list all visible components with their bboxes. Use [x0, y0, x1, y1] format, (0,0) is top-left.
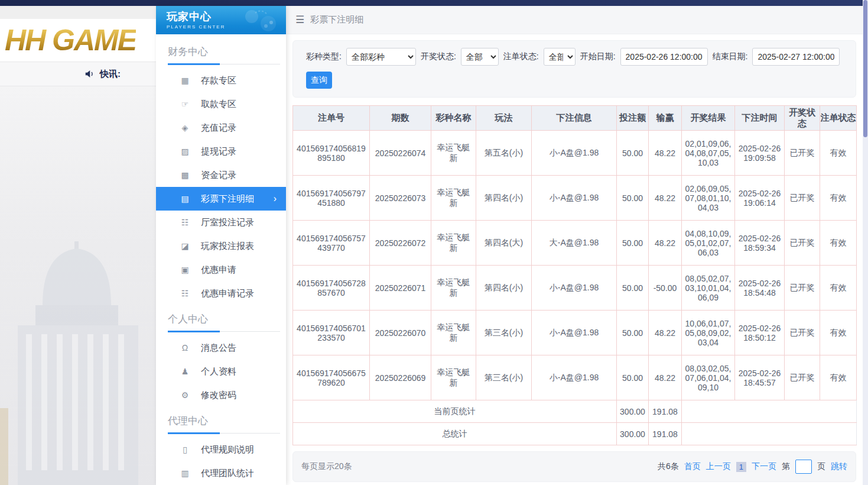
table-cell: 20250226072 [370, 221, 431, 266]
section-label: 财务中心 [156, 38, 286, 63]
section-label: 代理中心 [156, 407, 286, 432]
lottery-type-select[interactable]: 全部彩种 [346, 48, 416, 66]
chevron-right-icon: › [274, 194, 277, 203]
table-cell: 20250226069 [370, 355, 431, 400]
sidebar-item-label: 个人资料 [201, 366, 236, 377]
page-size-text: 每页显示20条 [301, 461, 352, 472]
draw-status-select[interactable]: 全部 [461, 48, 499, 66]
table-cell: 幸运飞艇新 [431, 355, 476, 400]
search-button[interactable]: 查询 [306, 72, 332, 89]
list-card-icon: ▤ [180, 194, 190, 203]
next-page-link[interactable]: 下一页 [752, 461, 776, 472]
sidebar-header: 玩家中心 PLAYERS CENTER [156, 6, 286, 34]
table-cell: 02,06,09,05,07,08,01,10,04,03 [682, 176, 735, 221]
page-jump-input[interactable] [795, 460, 812, 474]
speaker-icon [84, 69, 95, 79]
jump-suffix-label: 页 [817, 461, 825, 472]
sidebar-item-withdrawal-records[interactable]: ▨提现记录 [156, 140, 286, 163]
logo-band: HH GAME [0, 19, 156, 62]
table-body: 40156917405681989518020250226074幸运飞艇新第五名… [293, 131, 857, 400]
main-panel: ☰ 彩票下注明细 彩种类型: 全部彩种 开奖状态: 全部 注单状态: 全部 [286, 6, 863, 485]
coin-bag-icon: ▩ [180, 170, 190, 180]
table-cell: 有效 [820, 131, 857, 176]
person-icon: ♟ [180, 367, 190, 376]
sidebar-item-label: 彩票下注明细 [201, 193, 254, 205]
order-status-select[interactable]: 全部 [544, 48, 576, 66]
sidebar-item-hall-bet-records[interactable]: ☷厅室投注记录 [156, 211, 286, 234]
sidebar-item-deposit-zone[interactable]: ▦存款专区 [156, 69, 286, 92]
money-bag-icon: ◈ [180, 123, 190, 132]
sidebar-item-funds-records[interactable]: ▩资金记录 [156, 163, 286, 187]
column-header: 输赢 [649, 106, 682, 131]
section-label: 个人中心 [156, 305, 286, 331]
column-header: 开奖结果 [682, 106, 735, 131]
end-date-input[interactable] [752, 48, 840, 66]
browser-scrollbar[interactable] [863, 0, 868, 485]
chart-icon: ◪ [180, 241, 190, 251]
table-cell: 小-A盘@1.98 [532, 311, 617, 355]
cash-icon: ▨ [180, 147, 190, 156]
table-cell: 48.22 [649, 131, 682, 176]
prev-page-link[interactable]: 上一页 [706, 461, 731, 472]
start-date-label: 开始日期: [580, 51, 616, 62]
table-cell: 第三名(小) [476, 355, 532, 400]
news-ticker-bar: 快讯: [0, 62, 156, 86]
sidebar-item-label: 存款专区 [201, 75, 236, 86]
table-cell: 已开奖 [785, 176, 820, 221]
document-icon: ▯ [180, 445, 190, 454]
table-cell: 2025-02-26 19:09:58 [735, 131, 785, 176]
sidebar-item-label: 代理团队统计 [201, 468, 254, 479]
sidebar-item-profile[interactable]: ♟个人资料 [156, 360, 286, 383]
table-cell: 有效 [820, 221, 857, 266]
sidebar-item-agent-team-stats[interactable]: ▥代理团队统计 [156, 461, 286, 485]
table-cell: 第四名(小) [476, 266, 532, 311]
sidebar-item-promo-apply[interactable]: ▣优惠申请 [156, 258, 286, 282]
sidebar-item-announcements[interactable]: Ω消息公告 [156, 336, 286, 360]
table-cell: 50.00 [617, 131, 649, 176]
bets-table: 注单号期数彩种名称玩法下注信息投注额输赢开奖结果下注时间开奖状态注单状态 401… [292, 105, 857, 445]
column-header: 期数 [370, 106, 431, 131]
first-page-link[interactable]: 首页 [684, 461, 701, 472]
table-cell: 有效 [820, 311, 857, 355]
table-cell: 10,06,01,07,05,08,09,02,03,04 [682, 311, 735, 355]
sidebar-item-withdraw-zone[interactable]: ☞取款专区 [156, 92, 286, 116]
sidebar-item-lottery-bet-details[interactable]: ▤彩票下注明细› [156, 187, 286, 211]
capitol-photo [0, 86, 156, 485]
table-cell: 08,05,02,07,03,10,01,04,06,09 [682, 266, 735, 311]
current-page-badge[interactable]: 1 [736, 462, 746, 472]
section-underline [156, 432, 286, 434]
table-cell: 20250226074 [370, 131, 431, 176]
column-header: 开奖状态 [785, 106, 820, 131]
table-cell: 2025-02-26 19:06:14 [735, 176, 785, 221]
content-area: 彩种类型: 全部彩种 开奖状态: 全部 注单状态: 全部 开始日期: 结束日期: [286, 34, 863, 485]
sidebar-item-player-bet-report[interactable]: ◪玩家投注报表 [156, 234, 286, 258]
start-date-input[interactable] [620, 48, 708, 66]
table-cell: 幸运飞艇新 [431, 176, 476, 221]
table-cell: 2025-02-26 18:50:12 [735, 311, 785, 355]
table-cell: 有效 [820, 355, 857, 400]
page-title: 彩票下注明细 [310, 14, 363, 25]
table-cell: 50.00 [617, 311, 649, 355]
section-underline [156, 331, 286, 332]
table-cell: 08,03,02,05,07,06,01,04,09,10 [682, 355, 735, 400]
page: HH GAME 快讯: [0, 0, 868, 485]
sidebar-item-label: 优惠申请 [201, 264, 236, 276]
table-cell: 50.00 [617, 355, 649, 400]
sidebar-item-recharge-records[interactable]: ◈充值记录 [156, 116, 286, 140]
sidebar-item-change-password[interactable]: ⚙修改密码 [156, 383, 286, 407]
sidebar-item-promo-apply-records[interactable]: ☷优惠申请记录 [156, 282, 286, 305]
table-cell: 48.22 [649, 311, 682, 355]
hamburger-icon[interactable]: ☰ [295, 14, 304, 26]
background-page: HH GAME 快讯: [0, 6, 156, 485]
table-cell: 50.00 [617, 266, 649, 311]
page-summary-label: 当前页统计 [293, 400, 617, 423]
table-cell: 20250226070 [370, 311, 431, 355]
table-cell: 有效 [820, 266, 857, 311]
table-cell: 48.22 [649, 176, 682, 221]
table-cell: 已开奖 [785, 221, 820, 266]
table-row: 40156917405679745188020250226073幸运飞艇新第四名… [293, 176, 857, 221]
jump-button[interactable]: 跳转 [831, 461, 847, 472]
bank-card-icon: ▦ [180, 76, 190, 85]
scrollbar-thumb[interactable] [863, 0, 867, 137]
sidebar-item-agent-rules[interactable]: ▯代理规则说明 [156, 438, 286, 461]
